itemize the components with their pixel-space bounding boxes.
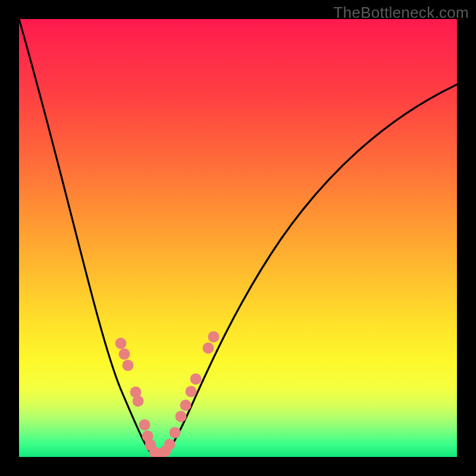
chart-svg [19,19,457,457]
plot-area [19,19,457,457]
data-dots [115,331,220,458]
data-dot [190,374,202,385]
data-dot [119,349,130,360]
bottleneck-curve [19,19,457,457]
data-dot [123,360,134,371]
chart-stage: TheBottleneck.com [0,0,476,476]
data-dot [208,331,220,343]
data-dot [115,338,127,349]
data-dot [133,396,144,407]
data-dot [170,427,181,439]
data-dot [139,419,151,431]
data-dot [176,411,187,422]
watermark-text: TheBottleneck.com [333,4,469,22]
data-dot [180,400,192,411]
data-dot [164,439,176,450]
data-dot [186,386,197,397]
data-dot [203,343,214,354]
